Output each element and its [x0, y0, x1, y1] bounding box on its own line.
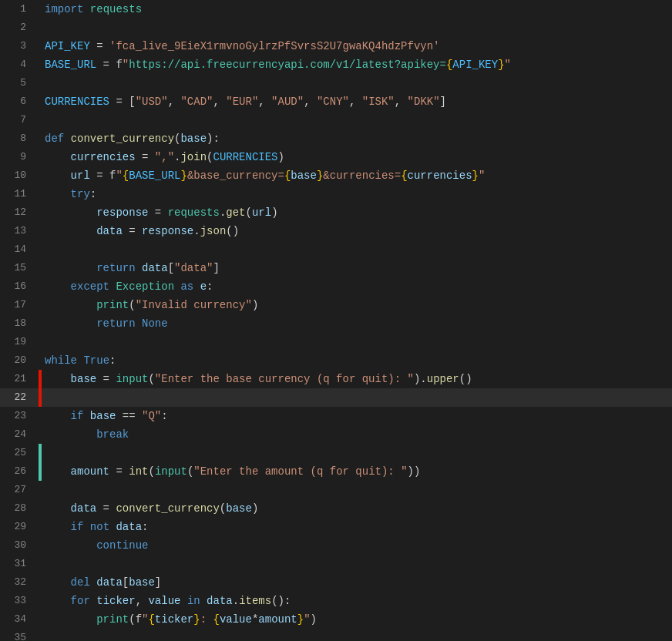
code-line: 15 return data["data"]: [0, 259, 672, 277]
gutter-breakpoint: [39, 370, 42, 388]
code-line: 19: [0, 333, 672, 351]
code-line: 32 del data[base]: [0, 573, 672, 592]
code-line: 8 def convert_currency(base):: [0, 129, 672, 148]
gutter-indicator-green: [39, 462, 42, 481]
code-line: 6 CURRENCIES = ["USD", "CAD", "EUR", "AU…: [0, 92, 672, 111]
code-line: 3 API_KEY = 'fca_live_9EieX1rmvnoGylrzPf…: [0, 37, 672, 55]
code-line: 30 continue: [0, 536, 672, 555]
code-line: 10 url = f"{BASE_URL}&base_currency={bas…: [0, 166, 672, 185]
code-line: 13 data = response.json(): [0, 222, 672, 240]
code-line: 9 currencies = ",".join(CURRENCIES): [0, 148, 672, 166]
code-line: 12 response = requests.get(url): [0, 203, 672, 222]
code-line: 31: [0, 555, 672, 573]
code-line: 34 print(f"{ticker}: {value*amount}"): [0, 610, 672, 629]
code-line: 2: [0, 18, 672, 37]
gutter-indicator-green: [39, 444, 42, 462]
code-line: 14: [0, 240, 672, 259]
code-line: 25: [0, 444, 672, 462]
code-line: 28 data = convert_currency(base): [0, 499, 672, 518]
code-line: 33 for ticker, value in data.items():: [0, 592, 672, 610]
code-line: 21 base = input("Enter the base currency…: [0, 370, 672, 388]
code-line: 18 return None: [0, 314, 672, 333]
code-line: 23 if base == "Q":: [0, 407, 672, 425]
code-line: 27: [0, 481, 672, 499]
code-line: 26 amount = int(input("Enter the amount …: [0, 462, 672, 481]
code-line: 29 if not data:: [0, 518, 672, 536]
code-line: 5: [0, 74, 672, 92]
code-line: 11 try:: [0, 185, 672, 203]
code-line: 24 break: [0, 425, 672, 444]
code-editor: 1 import requests 2 3 API_KEY = 'fca_liv…: [0, 0, 672, 641]
gutter-arrow: [39, 388, 42, 407]
code-line: 22: [0, 388, 672, 407]
code-line: 7: [0, 111, 672, 129]
code-line: 4 BASE_URL = f"https://api.freecurrencya…: [0, 55, 672, 74]
code-line: 1 import requests: [0, 0, 672, 18]
code-line: 20 while True:: [0, 351, 672, 370]
code-line: 16 except Exception as e:: [0, 277, 672, 296]
code-line: 35: [0, 629, 672, 641]
code-line: 17 print("Invalid currency"): [0, 296, 672, 314]
